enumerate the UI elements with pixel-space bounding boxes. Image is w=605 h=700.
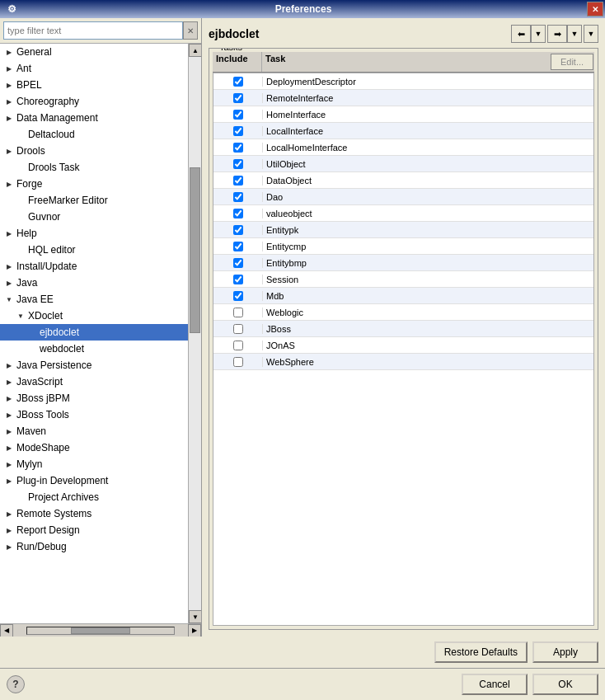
tree-item-guvnor[interactable]: Guvnor: [0, 209, 188, 225]
tree-arrow-ant: [3, 63, 15, 74]
task-checkbox-home-interface[interactable]: [233, 110, 243, 120]
task-checkbox-local-home-interface[interactable]: [233, 143, 243, 153]
task-checkbox-websphere[interactable]: [233, 357, 243, 367]
task-checkbox-local-interface[interactable]: [233, 126, 243, 136]
task-checkbox-session[interactable]: [233, 275, 243, 284]
tree-label-project-archives: Project Archives: [28, 491, 99, 503]
task-column-header: Task: [262, 52, 549, 72]
forward-dropdown[interactable]: ▼: [567, 25, 582, 43]
tree-item-run-debug[interactable]: Run/Debug: [0, 538, 188, 555]
filter-input[interactable]: [3, 21, 183, 40]
scroll-right-button[interactable]: ▶: [188, 624, 201, 637]
vertical-scrollbar[interactable]: ▲ ▼: [188, 44, 201, 623]
tree-label-java: Java: [16, 277, 37, 289]
task-checkbox-util-object[interactable]: [233, 159, 243, 169]
task-checkbox-jonas[interactable]: [233, 341, 243, 350]
task-checkbox-entitypk[interactable]: [233, 225, 243, 235]
h-scroll-track[interactable]: [26, 627, 175, 635]
tree-item-modeshape[interactable]: ModeShape: [0, 439, 188, 456]
restore-defaults-button[interactable]: Restore Defaults: [434, 641, 528, 663]
tree-label-jboss-jbpm: JBoss jBPM: [16, 392, 70, 404]
tree-arrow-bpel: [3, 79, 15, 91]
task-checkbox-jboss[interactable]: [233, 324, 243, 334]
tree-item-jboss-jbpm[interactable]: JBoss jBPM: [0, 390, 188, 406]
task-name-data-object: DataObject: [263, 175, 593, 186]
task-name-local-interface: LocalInterface: [263, 125, 593, 137]
tree-item-report-design[interactable]: Report Design: [0, 522, 188, 538]
filter-clear-button[interactable]: ✕: [183, 21, 198, 40]
tree-item-drools-task[interactable]: Drools Task: [0, 159, 188, 176]
horizontal-scrollbar[interactable]: ◀ ▶: [0, 623, 201, 637]
menu-dropdown[interactable]: ▼: [584, 25, 598, 43]
task-checkbox-remote-interface[interactable]: [233, 93, 243, 103]
tree-label-modeshape: ModeShape: [16, 442, 70, 453]
task-checkbox-deployment-descriptor[interactable]: [233, 77, 243, 87]
tree-label-bpel: BPEL: [16, 79, 42, 91]
tree-item-general[interactable]: General: [0, 44, 188, 60]
tree-item-data-management[interactable]: Data Management: [0, 110, 188, 126]
tree-label-forge: Forge: [16, 178, 42, 190]
forward-button[interactable]: ➡: [547, 25, 567, 43]
task-name-remote-interface: RemoteInterface: [263, 92, 593, 104]
scroll-track[interactable]: [189, 57, 201, 610]
tree-item-deltacloud[interactable]: Deltacloud: [0, 126, 188, 143]
cancel-button[interactable]: Cancel: [462, 674, 528, 695]
task-checkbox-dao[interactable]: [233, 192, 243, 202]
tree-item-install-update[interactable]: Install/Update: [0, 258, 188, 275]
scroll-up-button[interactable]: ▲: [189, 44, 201, 57]
back-button[interactable]: ⬅: [511, 25, 531, 43]
task-check-cell-local-home-interface: [213, 143, 263, 153]
h-scroll-thumb[interactable]: [71, 627, 129, 634]
help-button[interactable]: ?: [7, 675, 25, 693]
tree-label-java-persistence: Java Persistence: [16, 359, 91, 371]
tree-item-choreography[interactable]: Choreography: [0, 93, 188, 110]
tree-item-bpel[interactable]: BPEL: [0, 77, 188, 93]
scroll-left-button[interactable]: ◀: [0, 624, 13, 637]
tree-label-help: Help: [16, 228, 37, 239]
task-name-deployment-descriptor: DeploymentDescriptor: [263, 76, 593, 87]
scroll-thumb[interactable]: [190, 167, 200, 333]
tree-item-project-archives[interactable]: Project Archives: [0, 489, 188, 505]
scroll-down-button[interactable]: ▼: [189, 610, 201, 623]
tree-item-freemarker-editor[interactable]: FreeMarker Editor: [0, 192, 188, 209]
tree-item-forge[interactable]: Forge: [0, 176, 188, 192]
tree-label-run-debug: Run/Debug: [16, 541, 67, 552]
tree-item-ejbdoclet[interactable]: ejbdoclet: [0, 324, 188, 341]
tree-item-xdoclet[interactable]: XDoclet: [0, 308, 188, 324]
task-check-cell-valueobject: [213, 209, 263, 218]
task-checkbox-valueobject[interactable]: [233, 209, 243, 218]
back-dropdown[interactable]: ▼: [531, 25, 546, 43]
cancel-ok-row: ? Cancel OK: [0, 668, 605, 700]
tree-item-maven[interactable]: Maven: [0, 423, 188, 439]
tree-item-remote-systems[interactable]: Remote Systems: [0, 505, 188, 522]
tree-item-mylyn[interactable]: Mylyn: [0, 456, 188, 472]
include-column-header: Include: [213, 52, 262, 72]
ok-button[interactable]: OK: [532, 674, 598, 695]
tree-item-ant[interactable]: Ant: [0, 60, 188, 77]
task-checkbox-entitycmp[interactable]: [233, 242, 243, 251]
tree-item-drools[interactable]: Drools: [0, 143, 188, 159]
header-nav-buttons: ⬅ ▼ ➡ ▼ ▼: [511, 25, 598, 43]
restore-apply-row: Restore Defaults Apply: [0, 637, 605, 668]
tree-item-jboss-tools[interactable]: JBoss Tools: [0, 406, 188, 423]
tree-label-freemarker-editor: FreeMarker Editor: [28, 195, 108, 206]
tree-item-webdoclet[interactable]: webdoclet: [0, 341, 188, 357]
task-checkbox-data-object[interactable]: [233, 176, 243, 186]
tree-item-java[interactable]: Java: [0, 275, 188, 291]
tree-item-help[interactable]: Help: [0, 225, 188, 242]
tree-item-javascript[interactable]: JavaScript: [0, 373, 188, 390]
apply-button[interactable]: Apply: [532, 641, 598, 663]
task-checkbox-mdb[interactable]: [233, 291, 243, 301]
tree-item-java-ee[interactable]: Java EE: [0, 291, 188, 308]
task-check-cell-jonas: [213, 341, 263, 350]
task-checkbox-weblogic[interactable]: [233, 308, 243, 317]
tree-item-java-persistence[interactable]: Java Persistence: [0, 357, 188, 373]
task-row-valueobject: valueobject: [213, 205, 593, 222]
task-checkbox-entitybmp[interactable]: [233, 258, 243, 268]
task-row-jonas: JOnAS: [213, 337, 593, 354]
edit-button[interactable]: Edit...: [551, 54, 593, 70]
close-button[interactable]: ✕: [587, 2, 603, 16]
tree-label-java-ee: Java EE: [16, 294, 54, 305]
tree-item-plug-in-development[interactable]: Plug-in Development: [0, 472, 188, 489]
tree-item-hql-editor[interactable]: HQL editor: [0, 242, 188, 258]
